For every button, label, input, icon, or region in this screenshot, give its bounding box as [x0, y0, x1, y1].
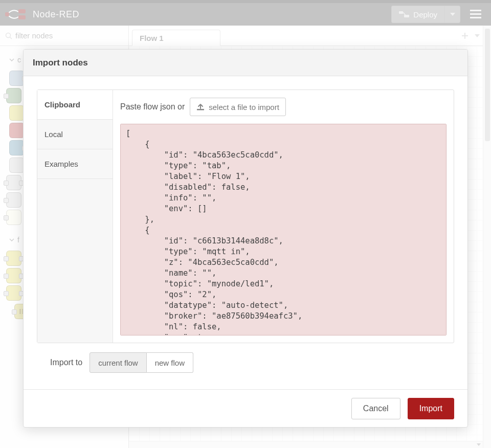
cancel-button[interactable]: Cancel	[351, 398, 400, 419]
dialog-header: Import nodes	[24, 50, 467, 76]
import-to-toggle: current flow new flow	[90, 352, 193, 373]
dialog-footer: Cancel Import	[24, 389, 467, 427]
import-to-current[interactable]: current flow	[90, 352, 147, 373]
import-panel: Clipboard Local Examples Paste flow json…	[37, 89, 454, 343]
modal-overlay: Import nodes Clipboard Local Examples Pa…	[0, 0, 491, 448]
tab-clipboard[interactable]: Clipboard	[37, 90, 113, 120]
paste-label: Paste flow json or	[120, 102, 185, 111]
import-to-new[interactable]: new flow	[147, 352, 193, 373]
import-source-tabs: Clipboard Local Examples	[37, 90, 113, 343]
import-dialog: Import nodes Clipboard Local Examples Pa…	[23, 49, 468, 428]
import-to-label: Import to	[50, 358, 82, 367]
import-to-row: Import to current flow new flow	[37, 343, 454, 376]
svg-rect-12	[197, 109, 204, 110]
select-file-button[interactable]: select a file to import	[190, 98, 286, 116]
import-button[interactable]: Import	[408, 398, 454, 419]
paste-row: Paste flow json or select a file to impo…	[120, 96, 447, 118]
flow-json-textarea[interactable]	[120, 124, 447, 335]
dialog-title: Import nodes	[33, 58, 88, 68]
tab-local[interactable]: Local	[37, 120, 113, 149]
tab-examples[interactable]: Examples	[37, 149, 113, 179]
upload-icon	[196, 103, 205, 110]
select-file-label: select a file to import	[209, 103, 279, 111]
